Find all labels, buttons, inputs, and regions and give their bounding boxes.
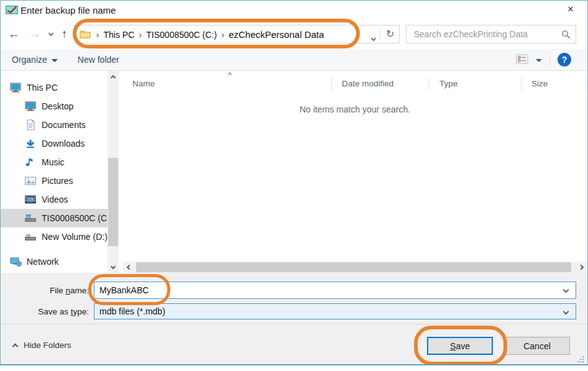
new-folder-button[interactable]: New folder [68,49,129,70]
breadcrumb-item[interactable]: This PC [104,30,135,40]
search-icon[interactable] [561,30,571,41]
sidebar-item-tis0008500c-c[interactable]: TIS0008500C (C:) [1,209,108,227]
drive-c-icon [24,213,37,224]
sidebar-item-label: This PC [27,83,58,93]
address-divider [380,28,380,42]
save-as-type-select[interactable]: mdb files (*.mdb) [94,303,576,319]
column-header-name[interactable]: Name [122,77,332,91]
back-icon[interactable]: ← [8,27,20,41]
search-box [406,25,576,44]
window-title: Enter backup file name [21,5,116,16]
toolbar-divider [549,53,550,66]
file-name-combo [94,282,576,299]
folder-icon [80,30,91,39]
navigation-pane: This PCDesktopDocumentsDownloadsMusicPic… [1,71,108,273]
sort-ascending-icon: ^ [228,71,232,80]
file-name-label: File name: [1,286,94,295]
view-dropdown-icon[interactable] [536,59,542,62]
sidebar-item-pictures[interactable]: Pictures [1,172,108,190]
breadcrumb-separator-icon: › [92,29,104,40]
pictures-icon [24,175,37,186]
title-bar: Enter backup file name × [1,1,587,19]
breadcrumb-item[interactable]: TIS0008500C (C:) [146,30,217,40]
column-header-date-modified[interactable]: Date modified [332,77,430,91]
footer-bar: Hide Folders Save Cancel [1,324,587,365]
sidebar-item-desktop[interactable]: Desktop [1,97,108,116]
sidebar-item-network[interactable]: Network [1,252,108,271]
column-header-row: NameDate modifiedTypeSize [122,75,587,93]
column-header-type[interactable]: Type [430,77,521,91]
breadcrumb: ›This PC›TIS0008500C (C:)›ezCheckPersona… [92,29,324,40]
sidebar-item-label: Network [27,257,58,267]
address-bar[interactable]: ›This PC›TIS0008500C (C:)›ezCheckPersona… [74,25,400,44]
organize-label: Organize [12,55,47,65]
sidebar-vertical-scrollbar[interactable] [108,71,119,273]
forward-icon: → [29,27,40,41]
music-icon [24,157,37,168]
sidebar-item-label: Videos [42,195,68,204]
sidebar-item-music[interactable]: Music [1,153,108,172]
sidebar-item-label: Downloads [42,139,85,149]
sidebar-item-label: Pictures [42,176,73,186]
search-input[interactable] [407,26,554,42]
sidebar-item-label: New Volume (D:) [42,232,108,242]
collapse-icon [12,343,19,349]
breadcrumb-separator-icon: › [134,29,146,40]
address-dropdown-chevron-icon[interactable] [370,36,375,41]
documents-icon [24,119,37,131]
file-name-dropdown-icon[interactable] [563,287,569,293]
change-view-icon[interactable] [516,54,528,66]
sidebar-item-label: TIS0008500C (C:) [42,213,108,223]
new-folder-label: New folder [78,55,119,65]
help-button[interactable]: ? [558,53,571,66]
desktop-icon [24,101,37,112]
drive-d-icon [24,231,37,242]
recent-locations-chevron-icon[interactable] [48,30,53,35]
scroll-left-icon[interactable] [122,262,134,273]
hide-folders-button[interactable]: Hide Folders [13,341,71,350]
this-pc-icon [9,82,22,93]
sidebar-item-label: Documents [42,120,86,130]
hide-folders-label: Hide Folders [24,341,71,350]
main-area: This PCDesktopDocumentsDownloadsMusicPic… [1,71,587,273]
scroll-down-icon[interactable] [108,262,119,273]
network-icon [9,256,22,267]
downloads-icon [24,138,37,149]
scroll-right-icon[interactable] [576,262,587,273]
organize-button[interactable]: Organize [1,49,68,70]
column-header-size[interactable]: Size [521,77,586,91]
sidebar-item-downloads[interactable]: Downloads [1,134,108,153]
vertical-scroll-thumb[interactable] [108,158,118,246]
organize-dropdown-icon [52,59,58,62]
address-row: ← → ↑ ›This PC›TIS0008500C (C:)›ezCheckP… [1,19,587,49]
horizontal-scrollbar[interactable] [122,262,587,273]
empty-folder-message: No items match your search. [122,104,587,114]
save-as-type-value: mdb files (*.mdb) [94,306,165,316]
sidebar-item-documents[interactable]: Documents [1,116,108,134]
refresh-icon[interactable]: ↻ [386,28,394,40]
up-icon[interactable]: ↑ [62,27,68,41]
sidebar-item-new-volume-d[interactable]: New Volume (D:) [1,227,108,246]
scroll-up-icon[interactable] [108,71,119,82]
breadcrumb-item[interactable]: ezCheckPersonal Data [229,29,324,40]
file-name-input[interactable] [94,283,548,298]
sidebar-item-videos[interactable]: Videos [1,190,108,209]
cancel-button[interactable]: Cancel [504,337,570,355]
horizontal-scroll-thumb[interactable] [136,262,571,272]
save-dialog-window: Enter backup file name × ← → ↑ ›This PC›… [0,0,588,365]
command-toolbar: Organize New folder ? [1,49,587,71]
save-as-type-label: Save as type: [1,307,94,316]
videos-icon [24,194,37,205]
sidebar-item-label: Music [42,157,65,167]
close-icon[interactable]: × [567,3,574,16]
save-button[interactable]: Save [427,337,493,355]
breadcrumb-separator-icon: › [217,29,229,40]
file-fields-area: File name: Save as type: mdb files (*.md… [1,273,587,324]
sidebar-item-label: Desktop [42,101,73,111]
ezcheck-app-icon [6,5,18,15]
resize-grip-icon[interactable] [577,356,584,362]
save-as-type-dropdown-icon[interactable] [563,309,569,315]
file-list-area: ^ NameDate modifiedTypeSize No items mat… [122,71,587,273]
sidebar-item-this-pc[interactable]: This PC [1,78,108,97]
